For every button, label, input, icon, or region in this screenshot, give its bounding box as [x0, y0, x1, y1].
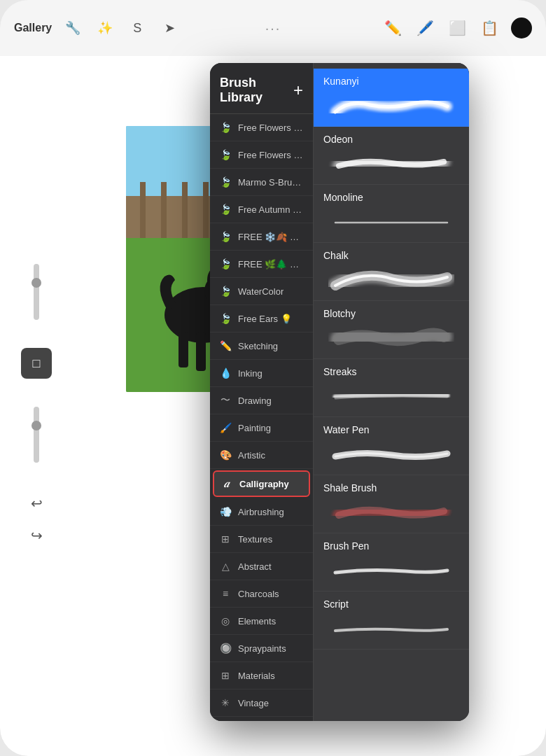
magic-icon[interactable]: ✨ — [94, 17, 116, 39]
palette-icon: 🎨 — [218, 448, 232, 462]
svg-rect-5 — [203, 182, 209, 238]
category-label-13: Artistic — [238, 450, 265, 461]
sidebar-item-airbrushing[interactable]: 💨 Airbrushing — [210, 498, 313, 526]
category-label-2: Free Flowers 🌺 V.2 — [238, 150, 304, 160]
category-label-3: Marmo S-Brush Pack — [238, 177, 304, 188]
smudge-icon[interactable]: S — [126, 17, 148, 39]
brush-item-chalk[interactable]: Chalk — [314, 243, 469, 301]
brush-item-monoline[interactable]: Monoline — [314, 185, 469, 243]
brush-library-panel: Brush Library + 🍃 Free Flowers 🌸 🍃 Free … — [210, 63, 469, 721]
sidebar-item-drawing[interactable]: 〜 Drawing — [210, 387, 313, 414]
brush-item-odeon[interactable]: Odeon — [314, 127, 469, 185]
svg-rect-4 — [182, 182, 188, 238]
category-label-12: Painting — [238, 423, 271, 433]
eraser-tool-icon[interactable]: ⬜ — [447, 18, 468, 38]
category-label-6: FREE 🌿🌲 Nature — [238, 259, 304, 270]
undo-button[interactable]: ↩ — [24, 491, 49, 516]
category-label-8: Free Ears 💡 — [238, 314, 292, 324]
lines-icon: ≡ — [218, 587, 232, 601]
sidebar-item-artistic[interactable]: 🎨 Artistic — [210, 442, 313, 469]
drop-icon: 💧 — [218, 366, 232, 380]
sidebar-item-free-ears[interactable]: 🍃 Free Ears 💡 — [210, 305, 313, 332]
category-label-10: Inking — [238, 368, 262, 379]
layers-tool-icon[interactable]: 📋 — [479, 18, 500, 38]
top-right-tools: ✏️ 🖊️ ⬜ 📋 — [382, 18, 532, 38]
calligraphy-icon: 𝒂 — [220, 477, 234, 491]
brush-item-water-pen[interactable]: Water Pen — [314, 417, 469, 475]
brush-item-kunanyi[interactable]: Kunanyi — [314, 69, 469, 127]
category-label-14: Airbrushing — [238, 507, 284, 517]
svg-rect-13 — [178, 332, 188, 368]
brush-item-streaks[interactable]: Streaks — [314, 359, 469, 417]
navigate-icon[interactable]: ➤ — [158, 17, 181, 39]
pencil-tool-icon[interactable]: ✏️ — [382, 18, 403, 38]
sidebar-item-free-nature[interactable]: 🍃 FREE 🌿🌲 Nature — [210, 251, 313, 278]
category-label-15: Textures — [238, 534, 272, 545]
brush-preview-shale-brush — [323, 498, 459, 526]
brush-item-blotchy[interactable]: Blotchy — [314, 301, 469, 359]
top-center: ··· — [265, 20, 281, 36]
square-tool[interactable]: □ — [21, 348, 52, 379]
brush-item-script[interactable]: Script — [314, 592, 469, 650]
gallery-button[interactable]: Gallery — [14, 22, 52, 34]
brush-list: Kunanyi — [314, 63, 469, 721]
texture-icon: ⊞ — [218, 532, 232, 546]
sidebar-item-painting[interactable]: 🖌️ Painting — [210, 414, 313, 442]
brush-name-script: Script — [323, 598, 459, 610]
brush-preview-kunanyi — [323, 91, 459, 119]
sidebar-item-vintage[interactable]: ✳ Vintage — [210, 690, 313, 717]
sidebar-item-free-flowers-v2[interactable]: 🍃 Free Flowers 🌺 V.2 — [210, 141, 313, 169]
sidebar-item-free-autumn[interactable]: 🍃 Free Autumn Brushes... — [210, 196, 313, 223]
brush-preview-script — [323, 614, 459, 642]
category-label-5: FREE ❄️🍂 Winter N... — [238, 232, 304, 242]
sidebar-item-luminance[interactable]: ✦ Luminance — [210, 717, 313, 721]
sidebar-item-inking[interactable]: 💧 Inking — [210, 360, 313, 387]
opacity-slider[interactable] — [34, 407, 39, 463]
color-picker[interactable] — [511, 18, 532, 38]
ear-icon: 🍃 — [218, 312, 232, 326]
brush-name-shale-brush: Shale Brush — [323, 482, 459, 493]
brush-preview-odeon — [323, 149, 459, 177]
sidebar-item-free-winter[interactable]: 🍃 FREE ❄️🍂 Winter N... — [210, 223, 313, 251]
category-label-21: Vintage — [238, 698, 269, 708]
brush-name-streaks: Streaks — [323, 366, 459, 377]
brush-name-water-pen: Water Pen — [323, 424, 459, 435]
category-label-7: WaterColor — [238, 286, 284, 297]
category-label-17: Charcoals — [238, 589, 279, 599]
brush-preview-water-pen — [323, 440, 459, 468]
brush-name-brush-pen: Brush Pen — [323, 540, 459, 552]
sidebar-item-textures[interactable]: ⊞ Textures — [210, 526, 313, 553]
category-label-9: Sketching — [238, 341, 278, 351]
leaf-icon-4: 🍃 — [218, 202, 232, 216]
brush-name-blotchy: Blotchy — [323, 308, 459, 319]
size-slider-handle[interactable] — [31, 278, 41, 288]
add-brush-button[interactable]: + — [293, 82, 303, 99]
sidebar-item-watercolor[interactable]: 🍃 WaterColor — [210, 278, 313, 305]
wrench-icon[interactable]: 🔧 — [62, 17, 84, 39]
sidebar-item-marmo[interactable]: 🍃 Marmo S-Brush Pack — [210, 169, 313, 196]
spray-icon: 🔘 — [218, 641, 232, 655]
sidebar-item-calligraphy[interactable]: 𝒂 Calligraphy — [213, 470, 310, 497]
watercolor-icon: 🍃 — [218, 284, 232, 298]
redo-button[interactable]: ↪ — [24, 523, 49, 548]
sidebar-item-charcoals[interactable]: ≡ Charcoals — [210, 580, 313, 608]
category-label-19: Spraypaints — [238, 643, 286, 654]
marker-tool-icon[interactable]: 🖊️ — [414, 18, 435, 38]
top-left-tools: Gallery 🔧 ✨ S ➤ — [14, 17, 181, 39]
side-toolbar: □ ↩ ↪ — [21, 264, 52, 548]
brush-item-shale-brush[interactable]: Shale Brush — [314, 475, 469, 533]
sidebar-item-materials[interactable]: ⊞ Materials — [210, 662, 313, 690]
sidebar-item-sketching[interactable]: ✏️ Sketching — [210, 332, 313, 360]
brush-item-brush-pen[interactable]: Brush Pen — [314, 533, 469, 592]
opacity-slider-handle[interactable] — [31, 421, 41, 430]
sidebar-item-abstract[interactable]: △ Abstract — [210, 553, 313, 580]
pencil-tip-icon: ✏️ — [218, 339, 232, 353]
sidebar-item-elements[interactable]: ◎ Elements — [210, 608, 313, 635]
svg-rect-14 — [196, 332, 206, 371]
size-slider[interactable] — [34, 264, 39, 320]
sidebar-item-free-flowers[interactable]: 🍃 Free Flowers 🌸 — [210, 114, 313, 141]
category-label-11: Drawing — [238, 396, 272, 406]
svg-rect-2 — [140, 182, 146, 238]
sidebar-item-spraypaints[interactable]: 🔘 Spraypaints — [210, 635, 313, 662]
brush-library-header: Brush Library + — [210, 63, 313, 114]
